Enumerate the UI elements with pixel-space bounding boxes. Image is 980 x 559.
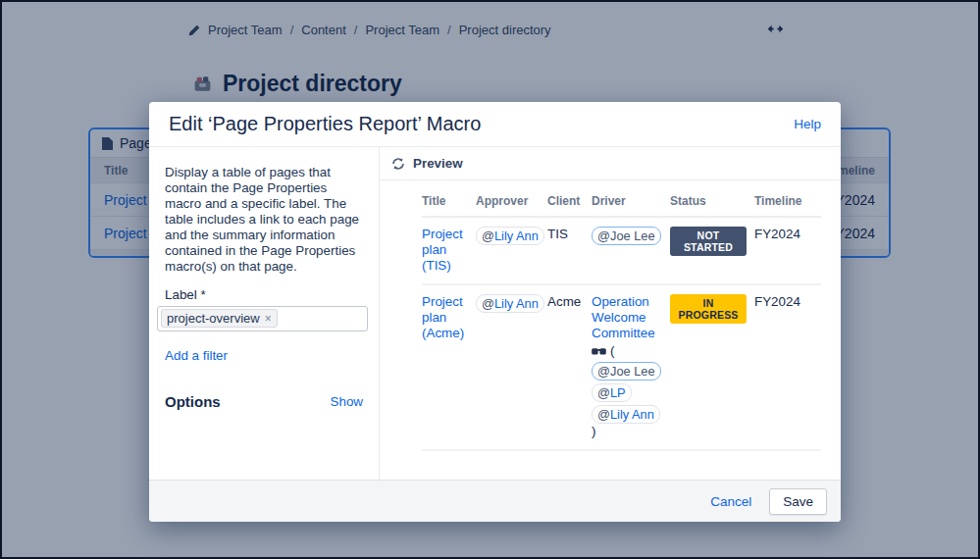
col-timeline: Timeline xyxy=(754,192,821,216)
save-button[interactable]: Save xyxy=(769,488,827,515)
close-paren: ) xyxy=(592,424,595,438)
dialog-header: Edit ‘Page Properties Report’ Macro Help xyxy=(149,102,841,147)
help-link[interactable]: Help xyxy=(794,117,821,131)
mention-pill[interactable]: @LP xyxy=(592,383,632,402)
label-field-label: Label * xyxy=(165,287,365,302)
timeline-value: FY2024 xyxy=(754,218,821,283)
col-driver: Driver xyxy=(592,192,670,216)
mention-pill[interactable]: @Lily Ann xyxy=(476,227,544,245)
mention-pill[interactable]: @Lily Ann xyxy=(592,405,660,424)
col-client: Client xyxy=(547,192,592,216)
page-link[interactable]: Project plan (TIS) xyxy=(422,227,463,273)
macro-settings-panel: Display a table of pages that contain th… xyxy=(149,147,380,480)
macro-description: Display a table of pages that contain th… xyxy=(165,165,365,275)
sunglasses-icon xyxy=(592,348,606,355)
mention-pill[interactable]: @Joe Lee xyxy=(592,227,661,245)
label-tag[interactable]: project-overview × xyxy=(161,309,278,328)
label-input[interactable]: project-overview × xyxy=(157,306,368,331)
preview-title: Preview xyxy=(413,156,463,171)
dialog-footer: Cancel Save xyxy=(149,480,841,522)
preview-table-header: Title Approver Client Driver Status Time… xyxy=(422,192,821,218)
edit-macro-dialog: Edit ‘Page Properties Report’ Macro Help… xyxy=(149,102,841,522)
timeline-value: FY2024 xyxy=(754,285,821,449)
cancel-button[interactable]: Cancel xyxy=(710,494,751,509)
status-badge: IN PROGRESS xyxy=(670,294,747,324)
dialog-title: Edit ‘Page Properties Report’ Macro xyxy=(169,113,481,135)
team-link[interactable]: Operation Welcome Committee xyxy=(592,294,655,340)
show-options-link[interactable]: Show xyxy=(331,394,364,409)
add-filter-link[interactable]: Add a filter xyxy=(165,348,228,363)
driver-cell: Operation Welcome Committee ( xyxy=(592,285,670,449)
page-link[interactable]: Project plan (Acme) xyxy=(422,294,464,340)
screenshot-frame: Project Team / Content / Project Team / … xyxy=(0,0,980,559)
options-heading: Options xyxy=(165,393,221,410)
mention-pill[interactable]: @Lily Ann xyxy=(476,294,544,313)
label-tag-text: project-overview xyxy=(167,311,260,326)
mention-pill[interactable]: @Joe Lee xyxy=(592,362,661,381)
client-value: Acme xyxy=(547,285,592,449)
table-row: Project plan (Acme) @Lily Ann Acme Opera… xyxy=(422,285,821,451)
col-approver: Approver xyxy=(476,192,547,216)
status-badge: NOT STARTED xyxy=(670,227,747,256)
client-value: TIS xyxy=(547,218,592,283)
preview-header: Preview xyxy=(380,147,841,180)
col-status: Status xyxy=(670,192,754,216)
refresh-icon[interactable] xyxy=(391,157,405,171)
col-title: Title xyxy=(422,192,476,216)
preview-panel: Preview Title Approver Client Driver Sta… xyxy=(380,147,841,480)
table-row: Project plan (TIS) @Lily Ann TIS @Joe Le… xyxy=(422,218,821,285)
preview-table: Title Approver Client Driver Status Time… xyxy=(380,180,841,451)
close-icon[interactable]: × xyxy=(265,313,272,325)
open-paren: ( xyxy=(610,343,614,359)
